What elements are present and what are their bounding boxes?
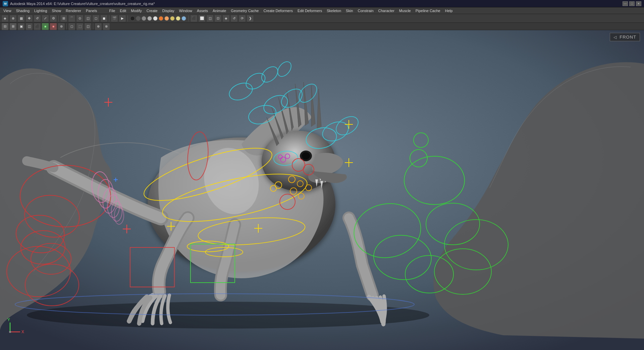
toolbar-icon7[interactable]: ⟳	[238, 15, 246, 22]
toolbar-lasso[interactable]: ⊕	[9, 15, 17, 22]
toolbar-icon1[interactable]: ⬛	[190, 15, 198, 22]
menu-skeleton[interactable]: Skeleton	[325, 7, 343, 14]
menu-window[interactable]: Window	[177, 7, 194, 14]
close-button[interactable]: ✕	[636, 1, 641, 6]
window-controls[interactable]: — □ ✕	[623, 1, 641, 6]
menu-pipeline-cache[interactable]: Pipeline Cache	[414, 7, 442, 14]
title-left: M Autodesk Maya 2014 x64: E:\Vulture Cre…	[3, 1, 155, 6]
menu-geometry-cache[interactable]: Geometry Cache	[229, 7, 261, 14]
color-white[interactable]	[153, 16, 158, 21]
camera-icon: ◁	[613, 35, 617, 40]
tb2-btn9[interactable]: ◻	[68, 23, 75, 30]
svg-text:X: X	[21, 330, 24, 334]
tb2-btn1[interactable]: ⊟	[1, 23, 9, 30]
sep5	[66, 23, 67, 30]
menu-lighting[interactable]: Lighting	[32, 7, 49, 14]
color-lightyellow[interactable]	[176, 16, 180, 21]
toolbar-scale[interactable]: ⤢	[42, 15, 49, 22]
menu-renderer[interactable]: Renderer	[64, 7, 83, 14]
menu-animate[interactable]: Animate	[211, 7, 228, 14]
svg-point-6	[302, 152, 310, 160]
toolbar-icon5[interactable]: ◈	[222, 15, 230, 22]
color-yellow[interactable]	[170, 16, 175, 21]
viewport-name: FRONT	[620, 35, 636, 40]
menu-show[interactable]: Show	[50, 7, 63, 14]
color-black[interactable]	[130, 16, 135, 21]
tb2-btn6[interactable]: ■	[42, 23, 49, 30]
tb2-btn8[interactable]: ⊛	[58, 23, 65, 30]
toolbar-move[interactable]: ✥	[25, 15, 33, 22]
main-toolbar: ◈ ⊕ ▦ ✥ ↺ ⤢ ⚙ ⊞ ⌒ ⊙ ◫ ◻ ◼ 🎬 ▶ ⬛ ⬜ ◫ ⊡ ◈ …	[0, 14, 644, 23]
menu-character[interactable]: Character	[376, 7, 396, 14]
toolbar-icon4[interactable]: ⊡	[214, 15, 222, 22]
toolbar-snap-poly[interactable]: ◻	[92, 15, 100, 22]
tb2-btn7[interactable]: ■	[50, 23, 57, 30]
tb2-btn11[interactable]: ◫	[84, 23, 92, 30]
menu-edit[interactable]: Edit	[118, 7, 128, 14]
scene-canvas: X Y	[0, 30, 644, 350]
toolbar-show-manip[interactable]: ⚙	[50, 15, 57, 22]
menu-skin[interactable]: Skin	[344, 7, 355, 14]
menu-panels[interactable]: Panels	[84, 7, 99, 14]
menu-muscle[interactable]: Muscle	[397, 7, 413, 14]
toolbar-icon6[interactable]: ↺	[230, 15, 238, 22]
toolbar-icon2[interactable]: ⬜	[198, 15, 206, 22]
toolbar-rotate[interactable]: ↺	[34, 15, 41, 22]
menu-create[interactable]: Create	[145, 7, 160, 14]
tb2-btn13[interactable]: ⊗	[103, 23, 110, 30]
tb2-btn3[interactable]: ▣	[17, 23, 25, 30]
viewport-label: ◁ FRONT	[610, 33, 640, 41]
toolbar-paint[interactable]: ▦	[17, 15, 25, 22]
secondary-toolbar: ⊟ ⊞ ▣ ◫ ⬛ ■ ■ ⊛ ◻ ⬚ ◫ ⊕ ⊗	[0, 23, 644, 30]
minimize-button[interactable]: —	[623, 1, 628, 6]
toolbar-snap-active[interactable]: ◼	[100, 15, 108, 22]
toolbar-snap-view[interactable]: ◫	[84, 15, 92, 22]
svg-text:Y: Y	[7, 317, 10, 322]
window-title: Autodesk Maya 2014 x64: E:\Vulture Creat…	[10, 2, 155, 6]
toolbar-ipr[interactable]: ▶	[119, 15, 126, 22]
sep3	[127, 15, 128, 21]
tb2-btn4[interactable]: ◫	[25, 23, 33, 30]
sep6	[93, 23, 93, 30]
svg-point-81	[9, 331, 11, 333]
toolbar-icon8[interactable]: ❯	[247, 15, 254, 22]
menu-display[interactable]: Display	[160, 7, 176, 14]
sep1	[58, 15, 59, 21]
menu-view[interactable]: View	[1, 7, 13, 14]
menu-modify[interactable]: Modify	[129, 7, 144, 14]
menu-help[interactable]: Help	[443, 7, 455, 14]
toolbar-select[interactable]: ◈	[1, 15, 9, 22]
color-lightblue[interactable]	[181, 16, 186, 21]
menu-constrain[interactable]: Constrain	[356, 7, 375, 14]
toolbar-snap-grid[interactable]: ⊞	[60, 15, 67, 22]
color-orange[interactable]	[159, 16, 163, 21]
tb2-btn5[interactable]: ⬛	[34, 23, 41, 30]
color-lightorange[interactable]	[164, 16, 169, 21]
toolbar-render-seq[interactable]: 🎬	[111, 15, 118, 22]
toolbar-snap-point[interactable]: ⊙	[76, 15, 84, 22]
menu-shading[interactable]: Shading	[14, 7, 32, 14]
sep4	[189, 15, 189, 21]
tb2-btn2[interactable]: ⊞	[9, 23, 17, 30]
menu-create-deformers[interactable]: Create Deformers	[261, 7, 294, 14]
title-bar: M Autodesk Maya 2014 x64: E:\Vulture Cre…	[0, 0, 644, 7]
color-lightgray[interactable]	[147, 16, 152, 21]
maya-logo: M	[3, 1, 8, 6]
color-gray[interactable]	[142, 16, 146, 21]
sep2	[109, 15, 109, 21]
color-darkgray[interactable]	[136, 16, 141, 21]
menu-assets[interactable]: Assets	[195, 7, 210, 14]
maximize-button[interactable]: □	[629, 1, 635, 6]
menu-file[interactable]: File	[107, 7, 117, 14]
tb2-btn10[interactable]: ⬚	[76, 23, 84, 30]
toolbar-icon3[interactable]: ◫	[206, 15, 214, 22]
menu-edit-deformers[interactable]: Edit Deformers	[296, 7, 324, 14]
viewport[interactable]: X Y ◁ FRONT	[0, 30, 644, 350]
toolbar-snap-curve[interactable]: ⌒	[68, 15, 75, 22]
tb2-btn12[interactable]: ⊕	[95, 23, 102, 30]
menu-bar: View Shading Lighting Show Renderer Pane…	[0, 7, 644, 14]
